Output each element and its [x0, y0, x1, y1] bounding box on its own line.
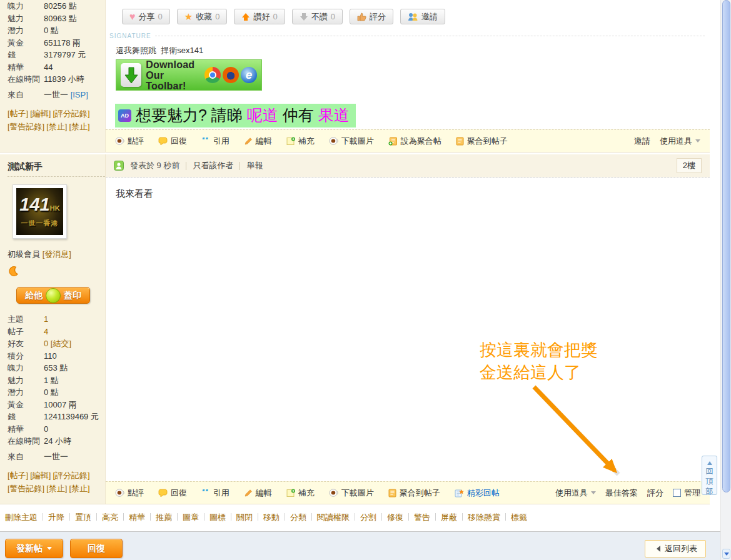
- stamp-button[interactable]: 給他 蓋印: [16, 287, 90, 304]
- favorite-count: 0: [215, 12, 219, 21]
- arrow-up-icon: [241, 12, 250, 21]
- invite-button[interactable]: 邀請: [400, 9, 445, 24]
- mod-link-edit[interactable]: [編輯]: [30, 471, 51, 480]
- ie-icon: [241, 67, 257, 83]
- stat-value-link[interactable]: 4: [44, 327, 48, 336]
- admin-link[interactable]: 關閉: [236, 512, 253, 522]
- avatar[interactable]: 141HK 一世一香港: [13, 184, 67, 239]
- action-label: 回復: [171, 136, 187, 147]
- admin-link[interactable]: 修復: [387, 512, 403, 522]
- forum-thread-page: 魄力80256 點 魅力80963 點 潛力0 點 黃金651178 兩 錢31…: [0, 0, 731, 560]
- doc-icon: [456, 137, 464, 146]
- scrollbar-down-button[interactable]: [722, 549, 730, 559]
- action-edit[interactable]: 編輯: [244, 136, 272, 147]
- action-aggregate-to[interactable]: 聚合到帖子: [456, 136, 508, 147]
- action-quote[interactable]: 引用: [201, 136, 229, 147]
- only-author-link[interactable]: 只看該作者: [193, 160, 233, 171]
- username-link[interactable]: 測試新手: [8, 154, 105, 177]
- admin-link[interactable]: 分類: [290, 512, 306, 522]
- mod-link-rating-log[interactable]: [評分記錄]: [53, 471, 89, 480]
- admin-link[interactable]: 升降: [48, 512, 64, 522]
- floor-badge[interactable]: 2樓: [677, 158, 702, 173]
- action-edit[interactable]: 編輯: [244, 488, 272, 499]
- admin-link[interactable]: 推薦: [156, 512, 172, 522]
- divider: [258, 513, 258, 521]
- admin-link[interactable]: 屏蔽: [441, 512, 457, 522]
- admin-link[interactable]: 警告: [414, 512, 430, 522]
- mod-link-ban2[interactable]: [禁止]: [69, 122, 89, 131]
- mod-link-rating-log[interactable]: [評分記錄]: [53, 109, 89, 118]
- action-download-images[interactable]: 下載圖片: [329, 488, 374, 499]
- mod-link-edit[interactable]: [編輯]: [30, 109, 51, 118]
- action-highlight-reply[interactable]: 精彩回帖: [455, 488, 500, 499]
- action-reply[interactable]: 回復: [158, 488, 187, 499]
- action-quote[interactable]: 引用: [201, 488, 229, 499]
- admin-link[interactable]: 刪除主題: [5, 512, 38, 522]
- admin-link[interactable]: 移除懸賞: [468, 512, 500, 522]
- like-button[interactable]: 讚好0: [234, 9, 285, 24]
- action-aggregate-to[interactable]: 聚合到帖子: [388, 488, 440, 499]
- reply-button[interactable]: 回復: [70, 539, 123, 558]
- back-to-top-label: 回頂部: [705, 466, 714, 496]
- stat-label: 精華: [8, 423, 44, 436]
- rate-label: 評分: [370, 11, 386, 22]
- admin-link[interactable]: 移動: [263, 512, 280, 522]
- use-tools-menu[interactable]: 使用道具: [660, 136, 700, 147]
- back-to-list-button[interactable]: 返回列表: [645, 540, 706, 558]
- admin-link[interactable]: 圖章: [183, 512, 199, 522]
- divider: [186, 162, 186, 170]
- mod-link-posts[interactable]: [帖子]: [8, 109, 28, 118]
- share-button[interactable]: ♥分享0: [122, 9, 170, 24]
- mod-link-ban[interactable]: [禁止]: [46, 122, 67, 131]
- invite-link[interactable]: 邀請: [634, 136, 650, 147]
- admin-link[interactable]: 圖標: [209, 512, 226, 522]
- ad-link-here[interactable]: 呢道: [247, 106, 278, 124]
- action-comment[interactable]: 點評: [115, 488, 144, 499]
- mod-link-warn-log[interactable]: [警告記錄]: [8, 484, 44, 493]
- action-label: 點評: [128, 136, 144, 147]
- new-post-button[interactable]: 發新帖: [5, 539, 63, 558]
- divider: [311, 513, 312, 521]
- admin-link[interactable]: 高亮: [102, 512, 118, 522]
- stat-value-link[interactable]: 1: [44, 314, 48, 324]
- ad-link-there[interactable]: 果道: [318, 106, 350, 124]
- stat-value: 24 小時: [44, 436, 71, 446]
- add-friend-link[interactable]: [結交]: [51, 339, 71, 348]
- isp-link[interactable]: [ISP]: [71, 90, 88, 99]
- stat-value-link[interactable]: 0: [44, 339, 48, 348]
- action-supplement[interactable]: 補充: [286, 488, 315, 499]
- best-answer-button[interactable]: 最佳答案: [605, 488, 638, 499]
- report-link[interactable]: 舉報: [246, 160, 263, 171]
- stat-label: 積分: [8, 350, 44, 362]
- back-to-top-button[interactable]: 回頂部: [702, 456, 717, 495]
- stat-value: 0 點: [44, 388, 59, 397]
- action-download-images[interactable]: 下載圖片: [329, 136, 374, 147]
- admin-link[interactable]: 分割: [360, 512, 376, 522]
- annotation-arrow-icon: [523, 381, 642, 484]
- divider: [408, 513, 409, 521]
- rate-link[interactable]: 評分: [647, 488, 663, 499]
- action-comment[interactable]: 點評: [115, 136, 144, 147]
- post-2: 測試新手 141HK 一世一香港 初級會員 [發消息] 給他 蓋印 主題1 帖子…: [0, 154, 710, 504]
- dislike-button[interactable]: 不讚0: [292, 9, 343, 24]
- mod-link-warn-log[interactable]: [警告記錄]: [8, 122, 44, 131]
- mod-link-ban[interactable]: [禁止]: [46, 484, 67, 493]
- divider: [462, 513, 463, 521]
- scrollbar[interactable]: [720, 0, 731, 560]
- action-set-aggregate[interactable]: 設為聚合帖: [388, 136, 441, 147]
- mod-link-ban2[interactable]: [禁止]: [69, 484, 89, 493]
- toolbar-download-banner[interactable]: DownloadOur Toolbar!: [116, 59, 262, 91]
- admin-link[interactable]: 閱讀權限: [317, 512, 350, 522]
- rate-button[interactable]: 評分: [350, 9, 393, 24]
- use-tools-menu[interactable]: 使用道具: [555, 488, 596, 499]
- scrollbar-thumb[interactable]: [722, 0, 730, 492]
- admin-link[interactable]: 標籤: [511, 512, 527, 522]
- favorite-button[interactable]: ★收藏0: [177, 9, 228, 24]
- action-supplement[interactable]: 補充: [286, 136, 315, 147]
- action-reply[interactable]: 回復: [158, 136, 187, 147]
- manage-checkbox[interactable]: [673, 489, 681, 497]
- admin-link[interactable]: 置頂: [75, 512, 91, 522]
- mod-link-posts[interactable]: [帖子]: [8, 471, 28, 480]
- admin-link[interactable]: 精華: [129, 512, 145, 522]
- send-message-link[interactable]: [發消息]: [43, 249, 71, 259]
